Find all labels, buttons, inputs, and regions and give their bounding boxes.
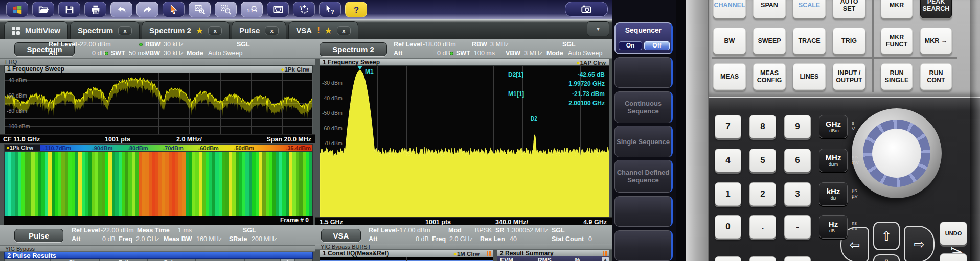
rotary-knob[interactable] <box>852 108 942 198</box>
key-trig[interactable]: TRIG <box>833 28 865 54</box>
tab-spectrum-2[interactable]: Spectrum 2★x <box>142 21 230 39</box>
softkey-empty-4[interactable] <box>614 196 673 227</box>
key-mkr[interactable]: MKR → <box>920 28 952 54</box>
display-icon <box>272 4 284 15</box>
sequencer-on-button[interactable]: On <box>619 41 642 50</box>
digit-key-6[interactable]: 6 <box>784 149 811 172</box>
digit-key-0[interactable]: 0 <box>715 215 741 239</box>
zoom-region-button[interactable] <box>215 2 237 17</box>
digit-key-2[interactable]: 2 <box>749 182 776 206</box>
key-bw[interactable]: BW <box>713 28 746 54</box>
save-button[interactable] <box>58 2 80 17</box>
key-input-output[interactable]: INPUT / OUTPUT <box>833 63 865 90</box>
spectrum2-channel-button[interactable]: Spectrum 2 <box>320 42 387 56</box>
softkey-channel-defined-sequence[interactable]: Channel Defined Sequence <box>614 160 673 193</box>
arrow-left-icon: ⇦ <box>850 238 860 252</box>
unit-key-khz[interactable]: kHzdB <box>819 182 848 206</box>
key-meas[interactable]: MEAS <box>713 63 746 90</box>
key-scale[interactable]: SCALE <box>793 0 826 18</box>
windows-logo-button[interactable] <box>6 2 28 17</box>
close-vsa-button[interactable]: x <box>337 26 351 35</box>
tab-vsa[interactable]: VSA!★x <box>288 21 358 39</box>
digit-key-8[interactable]: 8 <box>749 115 776 138</box>
screenshot-button[interactable] <box>565 2 608 17</box>
digit-key-1[interactable]: 1 <box>715 182 741 206</box>
key-partial-1[interactable] <box>749 256 776 261</box>
key-trace[interactable]: TRACE <box>793 28 826 54</box>
softkey-single-sequence[interactable]: Single Sequence <box>614 126 673 157</box>
key-partial-0[interactable] <box>715 256 741 261</box>
vbw-label: VBW <box>145 50 160 57</box>
key-run-cont[interactable]: RUN CONT <box>920 63 952 90</box>
close-pulse-button[interactable]: x <box>265 26 279 35</box>
key-channel[interactable]: CHANNEL <box>713 0 746 18</box>
spectrum-sweep-chart[interactable]: -40 dBm-60 dBm-80 dBm-100 dBm <box>4 73 313 134</box>
pulse-results-header: RiseFallPulseA ▲ <box>4 259 313 261</box>
digit-key-9[interactable]: 9 <box>784 115 811 138</box>
digit-key-3[interactable]: 3 <box>784 182 811 206</box>
symbol-rate-value: 1.300052 MHz <box>507 227 548 234</box>
sweep2-window-title[interactable]: 1 Frequency Sweep ●1AP Clrw <box>320 59 609 66</box>
pulse-results-title[interactable]: 2 Pulse Results <box>4 252 313 259</box>
tab-pulse[interactable]: Pulsex <box>232 21 286 39</box>
help-button[interactable]: ? <box>345 2 367 17</box>
key-auto-set[interactable]: AUTO SET <box>833 0 865 18</box>
sequencer-off-button[interactable]: Off <box>644 41 670 50</box>
arrow-down-key[interactable]: ⇩ <box>873 254 900 261</box>
softkey-empty-0[interactable] <box>614 57 673 88</box>
print-button[interactable] <box>84 2 106 17</box>
undo-button[interactable] <box>110 2 132 17</box>
sgl-badge: SGL <box>562 41 576 48</box>
help-icon: ? <box>351 4 362 15</box>
vsa-channel-button[interactable]: VSA <box>321 229 361 242</box>
zoom-in-chart-button[interactable] <box>189 2 211 17</box>
digit-key-minus[interactable]: - <box>784 215 811 239</box>
zoom-1to1-button[interactable]: 1:1 <box>241 2 263 17</box>
undo-key[interactable]: UNDO <box>940 222 967 245</box>
close-spectrum-button[interactable]: x <box>118 26 132 35</box>
key-lines[interactable]: LINES <box>793 63 826 90</box>
spectrum2-sweep-chart[interactable]: -30 dBm-40 dBm-50 dBm-60 dBm-70 dBm M1 D… <box>320 66 609 217</box>
tab-spectrum[interactable]: Spectrumx <box>70 21 140 39</box>
arrow-right-key[interactable]: ⇨ <box>904 226 935 261</box>
key-meas-config[interactable]: MEAS CONFIG <box>753 63 786 90</box>
sequencer-refresh-button[interactable]: S <box>293 2 315 17</box>
close-spectrum-2-button[interactable]: x <box>208 26 222 35</box>
unit-key-hz[interactable]: HzdB.. <box>819 215 848 239</box>
digit-key-dot[interactable]: . <box>749 215 776 239</box>
pulse-channel-button[interactable]: Pulse <box>14 229 63 242</box>
tab-multiview[interactable]: MultiView <box>4 21 68 39</box>
softkey-empty-5[interactable] <box>614 230 673 261</box>
softkey-sequencer[interactable]: Sequencer On Off <box>614 22 673 54</box>
open-button[interactable] <box>32 2 54 17</box>
tab-dropdown-button[interactable]: ▼ <box>587 21 609 36</box>
softkey-continuous-sequence[interactable]: Continuous Sequence <box>614 91 673 123</box>
key-peak-search[interactable]: PEAK SEARCH <box>920 0 952 18</box>
key-run-single[interactable]: RUN SINGLE <box>881 63 913 90</box>
marker-m1-flag[interactable] <box>357 66 362 70</box>
digit-key-4[interactable]: 4 <box>715 149 741 172</box>
result-summary-window[interactable]: 2 Result Summary EVM RMS % ▲ <box>497 250 609 261</box>
key-span[interactable]: SPAN <box>753 0 786 18</box>
unit-key-mhz[interactable]: MHzdBm <box>819 149 848 172</box>
key-mkr-funct[interactable]: MKR FUNCT <box>881 28 913 54</box>
key-partial-2[interactable] <box>784 256 811 261</box>
key-sweep[interactable]: SWEEP <box>753 28 786 54</box>
pointer-button[interactable] <box>163 2 185 17</box>
scroll-up-icon[interactable]: ▲ <box>602 257 609 261</box>
redo-button[interactable] <box>136 2 158 17</box>
save-icon <box>64 4 75 15</box>
context-help-button[interactable]: ? <box>319 2 341 17</box>
redo-key-partial[interactable] <box>940 253 967 261</box>
unit-key-ghz[interactable]: GHz-dBm <box>819 115 848 138</box>
const-iq-window[interactable]: 1 Const I/Q(Meas&Ref) ●1M Clrw <box>320 250 493 261</box>
digit-key-5[interactable]: 5 <box>749 149 776 172</box>
sweep-window-title[interactable]: 1 Frequency Sweep ●1Pk Clrw <box>4 65 313 73</box>
key-mkr[interactable]: MKR <box>881 0 913 18</box>
delta-marker-freq: 1.99720 GHz <box>568 80 605 87</box>
rbw-value: 30 kHz <box>164 41 184 48</box>
digit-key-7[interactable]: 7 <box>715 115 741 138</box>
display-button[interactable] <box>267 2 289 17</box>
arrow-up-key[interactable]: ⇧ <box>873 222 900 250</box>
spectrogram[interactable] <box>4 152 313 216</box>
